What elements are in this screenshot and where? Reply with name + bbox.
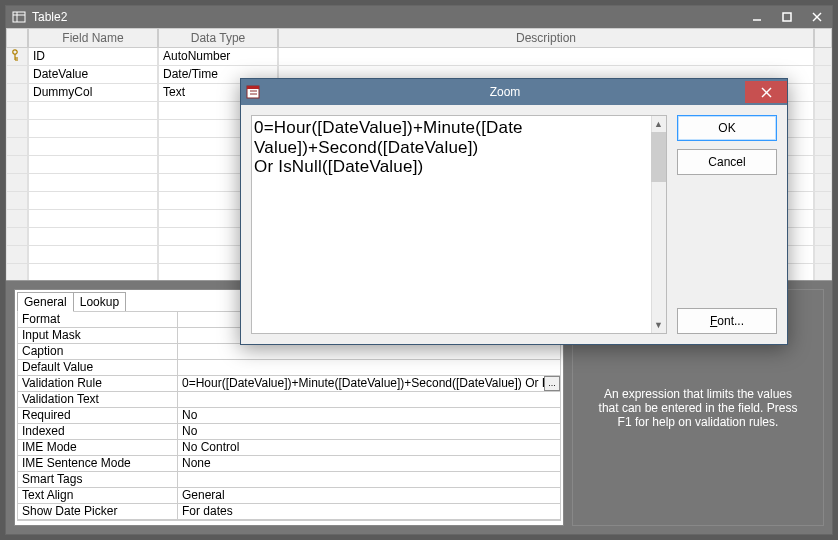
row-selector[interactable] bbox=[6, 246, 28, 264]
row-selector[interactable] bbox=[6, 120, 28, 138]
field-name-cell[interactable]: DummyCol bbox=[28, 84, 158, 102]
zoom-titlebar[interactable]: Zoom bbox=[241, 79, 787, 105]
col-header-desc[interactable]: Description bbox=[278, 28, 814, 48]
row-selector[interactable] bbox=[6, 192, 28, 210]
zoom-title: Zoom bbox=[265, 85, 745, 99]
scroll-thumb[interactable] bbox=[651, 132, 666, 182]
prop-row-validation-text: Validation Text bbox=[18, 392, 560, 408]
prop-label: Required bbox=[18, 408, 178, 424]
prop-value[interactable] bbox=[178, 344, 560, 360]
help-text: An expression that limits the values tha… bbox=[593, 387, 803, 429]
field-name-cell[interactable] bbox=[28, 102, 158, 120]
scroll-gutter[interactable] bbox=[814, 48, 832, 66]
scroll-up-icon[interactable]: ▲ bbox=[651, 116, 666, 132]
field-name-cell[interactable] bbox=[28, 246, 158, 264]
zoom-text-line: Or IsNull([DateValue]) bbox=[254, 157, 664, 177]
field-name-cell[interactable]: DateValue bbox=[28, 66, 158, 84]
field-name-cell[interactable] bbox=[28, 192, 158, 210]
svg-rect-0 bbox=[13, 12, 25, 22]
field-name-cell[interactable] bbox=[28, 264, 158, 280]
prop-row-show-date-picker: Show Date PickerFor dates bbox=[18, 504, 560, 520]
window-titlebar: Table2 bbox=[6, 6, 832, 28]
row-selector[interactable] bbox=[6, 210, 28, 228]
maximize-button[interactable] bbox=[772, 7, 802, 27]
prop-label: Input Mask bbox=[18, 328, 178, 344]
row-selector[interactable] bbox=[6, 66, 28, 84]
row-selector[interactable] bbox=[6, 156, 28, 174]
col-header-field[interactable]: Field Name bbox=[28, 28, 158, 48]
prop-value[interactable]: No bbox=[178, 424, 560, 440]
prop-label: Text Align bbox=[18, 488, 178, 504]
field-name-cell[interactable] bbox=[28, 156, 158, 174]
table-icon bbox=[10, 8, 28, 26]
primary-key-icon[interactable] bbox=[6, 48, 28, 66]
prop-row-ime-mode: IME ModeNo Control bbox=[18, 440, 560, 456]
prop-row-indexed: IndexedNo bbox=[18, 424, 560, 440]
scroll-gutter bbox=[814, 210, 832, 228]
row-selector[interactable] bbox=[6, 174, 28, 192]
close-button[interactable] bbox=[802, 7, 832, 27]
row-selector[interactable] bbox=[6, 102, 28, 120]
cancel-button[interactable]: Cancel bbox=[677, 149, 777, 175]
data-type-cell[interactable]: AutoNumber bbox=[158, 48, 278, 66]
tab-general[interactable]: General bbox=[17, 292, 74, 312]
prop-label: Caption bbox=[18, 344, 178, 360]
field-name-cell[interactable] bbox=[28, 120, 158, 138]
field-name-cell[interactable] bbox=[28, 228, 158, 246]
minimize-button[interactable] bbox=[742, 7, 772, 27]
description-cell[interactable] bbox=[278, 48, 814, 66]
prop-value[interactable]: For dates bbox=[178, 504, 560, 520]
zoom-dialog: Zoom 0=Hour([DateValue])+Minute([Date Va… bbox=[240, 78, 788, 345]
scroll-gutter bbox=[814, 246, 832, 264]
scroll-gutter bbox=[814, 174, 832, 192]
field-name-cell[interactable] bbox=[28, 210, 158, 228]
prop-row-smart-tags: Smart Tags bbox=[18, 472, 560, 488]
prop-label: Smart Tags bbox=[18, 472, 178, 488]
prop-value[interactable] bbox=[178, 360, 560, 376]
tab-lookup[interactable]: Lookup bbox=[73, 292, 126, 312]
scroll-down-icon[interactable]: ▼ bbox=[651, 317, 666, 333]
zoom-text-line: 0=Hour([DateValue])+Minute([Date bbox=[254, 118, 664, 138]
ok-button[interactable]: OK bbox=[677, 115, 777, 141]
builder-button[interactable]: ... bbox=[544, 376, 560, 391]
svg-point-7 bbox=[13, 50, 17, 54]
prop-row-default-value: Default Value bbox=[18, 360, 560, 376]
scroll-gutter bbox=[814, 84, 832, 102]
scroll-gutter bbox=[814, 192, 832, 210]
zoom-close-button[interactable] bbox=[745, 81, 787, 103]
row-selector-header[interactable] bbox=[6, 28, 28, 48]
scroll-gutter bbox=[814, 138, 832, 156]
field-name-cell[interactable] bbox=[28, 174, 158, 192]
row-selector[interactable] bbox=[6, 138, 28, 156]
prop-row-required: RequiredNo bbox=[18, 408, 560, 424]
col-header-type[interactable]: Data Type bbox=[158, 28, 278, 48]
prop-value[interactable]: No Control bbox=[178, 440, 560, 456]
zoom-app-icon bbox=[241, 80, 265, 104]
scroll-gutter bbox=[814, 66, 832, 84]
font-button[interactable]: Font... bbox=[677, 308, 777, 334]
scroll-gutter bbox=[814, 102, 832, 120]
prop-value[interactable]: 0=Hour([DateValue])+Minute([DateValue])+… bbox=[178, 376, 560, 392]
prop-value[interactable] bbox=[178, 472, 560, 488]
svg-rect-12 bbox=[247, 86, 259, 89]
prop-row-text-align: Text AlignGeneral bbox=[18, 488, 560, 504]
prop-row-caption: Caption bbox=[18, 344, 560, 360]
row-selector[interactable] bbox=[6, 84, 28, 102]
prop-label: IME Mode bbox=[18, 440, 178, 456]
prop-value[interactable]: None bbox=[178, 456, 560, 472]
zoom-text-line: Value])+Second([DateValue]) bbox=[254, 138, 664, 158]
zoom-textarea[interactable]: 0=Hour([DateValue])+Minute([Date Value])… bbox=[251, 115, 667, 334]
row-selector[interactable] bbox=[6, 264, 28, 280]
prop-label: Default Value bbox=[18, 360, 178, 376]
field-name-cell[interactable]: ID bbox=[28, 48, 158, 66]
scroll-gutter bbox=[814, 264, 832, 280]
prop-label: Validation Rule bbox=[18, 376, 178, 392]
prop-label: Validation Text bbox=[18, 392, 178, 408]
field-name-cell[interactable] bbox=[28, 138, 158, 156]
prop-value[interactable] bbox=[178, 392, 560, 408]
prop-value[interactable]: General bbox=[178, 488, 560, 504]
svg-rect-4 bbox=[783, 13, 791, 21]
scroll-gutter bbox=[814, 156, 832, 174]
row-selector[interactable] bbox=[6, 228, 28, 246]
prop-value[interactable]: No bbox=[178, 408, 560, 424]
